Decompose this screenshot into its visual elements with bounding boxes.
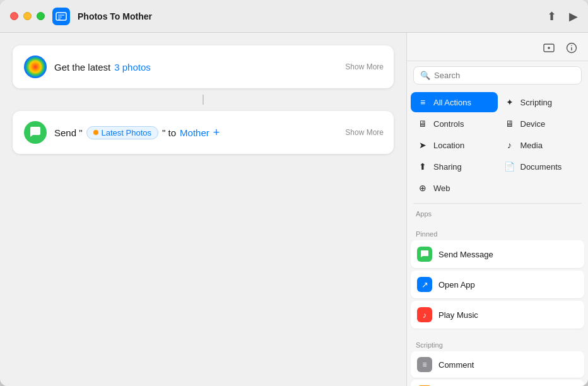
sidebar-scroll: Apps App Store ◈ Apple...igurato <box>407 206 588 386</box>
sidebar-header <box>407 33 588 61</box>
photos-icon <box>24 56 47 78</box>
scripting-icon: ✦ <box>504 97 515 107</box>
send-message-icon <box>417 247 432 262</box>
media-icon: ♪ <box>504 140 515 150</box>
search-input[interactable] <box>434 71 575 80</box>
category-documents[interactable]: 📄 Documents <box>498 156 585 177</box>
maximize-button[interactable] <box>37 12 45 20</box>
apps-section-label: Apps <box>407 206 588 219</box>
play-music-icon: ♪ <box>417 307 432 322</box>
category-sharing-label: Sharing <box>433 162 462 172</box>
category-web-label: Web <box>433 184 450 193</box>
app-icon <box>52 8 70 25</box>
apps-divider <box>413 203 582 204</box>
category-sharing[interactable]: ⬆ Sharing <box>411 156 498 177</box>
controls-icon: 🖥 <box>417 119 428 129</box>
play-button[interactable]: ▶ <box>569 11 578 22</box>
step2-text: Send " Latest Photos " to Mother + <box>54 126 220 139</box>
pinned-open-app[interactable]: ↗ Open App <box>411 271 584 298</box>
main-content: Get the latest 3 photos Show More Send " <box>0 33 588 386</box>
all-actions-icon: ≡ <box>417 97 428 107</box>
category-controls-label: Controls <box>433 119 464 129</box>
actions-sidebar: 🔍 ≡ All Actions ✦ Scripting 🖥 Controls <box>406 33 588 386</box>
open-app-icon: ↗ <box>417 277 432 292</box>
close-button[interactable] <box>10 12 18 20</box>
scripting-comment[interactable]: ≡ Comment <box>411 351 584 378</box>
main-window: Photos To Mother ⬆ ▶ Get the latest 3 ph… <box>0 0 588 386</box>
documents-icon: 📄 <box>504 161 515 172</box>
category-media-label: Media <box>520 141 543 150</box>
share-button[interactable]: ⬆ <box>547 11 556 22</box>
web-icon: ⊕ <box>417 183 428 193</box>
svg-rect-0 <box>56 13 66 20</box>
step2-mid: " to <box>162 127 176 138</box>
category-location-label: Location <box>433 141 464 150</box>
add-to-dock-button[interactable] <box>540 39 558 57</box>
step-send-message: Send " Latest Photos " to Mother + Show … <box>13 111 394 154</box>
step1-show-more[interactable]: Show More <box>345 62 384 71</box>
minimize-button[interactable] <box>23 12 32 20</box>
apps-list: App Store ◈ Apple...igurator <box>407 219 588 221</box>
traffic-lights <box>10 12 45 20</box>
step2-add-btn[interactable]: + <box>213 126 220 139</box>
pinned-section-label: Pinned <box>407 226 588 239</box>
pinned-play-music[interactable]: ♪ Play Music <box>411 301 584 329</box>
category-device[interactable]: 🖥 Device <box>498 114 585 134</box>
category-device-label: Device <box>520 119 546 129</box>
info-button[interactable] <box>563 39 580 57</box>
scripting-section: ≡ Comment ◉ Show Result ◉ Show Alert ? A… <box>407 350 588 386</box>
comment-icon: ≡ <box>417 357 432 372</box>
pinned-send-message[interactable]: Send Message <box>411 240 584 268</box>
search-icon: 🔍 <box>420 71 430 80</box>
comment-label: Comment <box>438 360 474 370</box>
step1-prefix: Get the latest <box>54 62 110 73</box>
category-web[interactable]: ⊕ Web <box>411 178 498 198</box>
location-icon: ➤ <box>417 140 428 150</box>
category-controls[interactable]: 🖥 Controls <box>411 114 498 134</box>
category-scripting-label: Scripting <box>520 98 553 107</box>
search-bar[interactable]: 🔍 <box>413 66 582 85</box>
step2-token[interactable]: Latest Photos <box>86 126 159 139</box>
category-media[interactable]: ♪ Media <box>498 135 585 155</box>
sharing-icon: ⬆ <box>417 161 428 172</box>
step1-text: Get the latest 3 photos <box>54 62 151 73</box>
token-dot <box>93 130 98 135</box>
titlebar: Photos To Mother ⬆ ▶ <box>0 0 588 33</box>
titlebar-actions: ⬆ ▶ <box>547 11 578 22</box>
category-all-actions[interactable]: ≡ All Actions <box>411 92 498 112</box>
scripting-section-label: Scripting <box>407 337 588 350</box>
step2-contact[interactable]: Mother <box>180 127 209 138</box>
svg-point-9 <box>571 45 572 47</box>
device-icon: 🖥 <box>504 119 515 129</box>
list-item-app-store[interactable]: App Store <box>411 220 584 221</box>
step-divider <box>203 95 204 105</box>
scripting-show-result[interactable]: ◉ Show Result <box>411 380 584 386</box>
workflow-panel: Get the latest 3 photos Show More Send " <box>0 33 406 386</box>
category-location[interactable]: ➤ Location <box>411 135 498 155</box>
step2-prefix: Send " <box>54 127 83 138</box>
category-all-actions-label: All Actions <box>433 98 471 107</box>
send-message-label: Send Message <box>438 250 493 259</box>
play-music-label: Play Music <box>438 310 478 320</box>
window-title: Photos To Mother <box>78 11 152 21</box>
pinned-section: Send Message ↗ Open App ♪ Play Music <box>407 239 588 332</box>
category-scripting[interactable]: ✦ Scripting <box>498 92 585 112</box>
category-grid: ≡ All Actions ✦ Scripting 🖥 Controls 🖥 D… <box>407 90 588 201</box>
step1-highlight[interactable]: 3 photos <box>114 62 151 73</box>
token-label: Latest Photos <box>102 128 152 137</box>
step2-show-more[interactable]: Show More <box>345 128 384 137</box>
open-app-label: Open App <box>438 280 475 290</box>
category-documents-label: Documents <box>520 162 562 172</box>
messages-icon <box>24 121 47 144</box>
step-get-photos: Get the latest 3 photos Show More <box>13 45 394 88</box>
